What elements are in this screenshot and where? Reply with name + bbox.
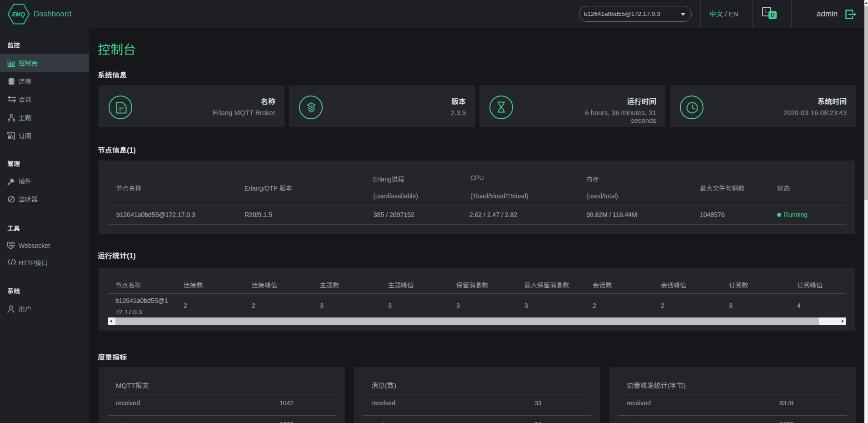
svg-text:EMQ: EMQ [12, 11, 25, 18]
